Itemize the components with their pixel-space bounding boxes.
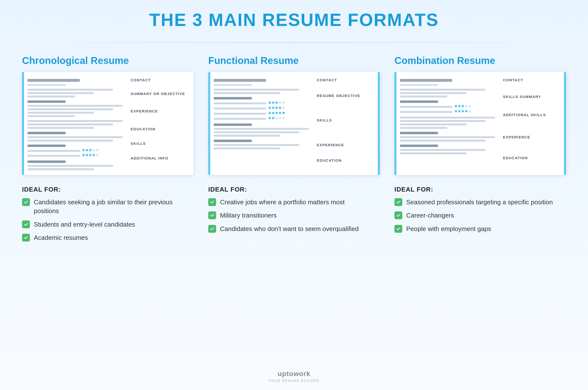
- chronological-ideal-section: IDEAL FOR: Candidates seeking a job simi…: [22, 186, 194, 247]
- section-education: EDUCATION: [131, 125, 190, 131]
- combo-section-education: EDUCATION: [503, 154, 563, 160]
- section-experience: EXPERIENCE: [131, 107, 190, 113]
- resume-block-2: [27, 100, 123, 117]
- columns-container: Chronological Resume: [20, 55, 568, 365]
- functional-ideal-title: IDEAL FOR:: [208, 186, 380, 193]
- title-separator: [20, 42, 568, 43]
- section-additional: ADDITIONAL INFO: [131, 154, 190, 160]
- skill-dots: [82, 149, 98, 151]
- combination-ideal-title: IDEAL FOR:: [394, 186, 566, 193]
- resume-block-5: [27, 145, 123, 157]
- func-block-2: [214, 97, 309, 121]
- combo-section-experience: EXPERIENCE: [503, 134, 563, 139]
- func-section-objective: RESUME OBJECTIVE: [317, 92, 376, 98]
- combo-check-icon-2: [394, 211, 402, 219]
- section-contact: CONTACT: [131, 76, 190, 82]
- combo-ideal-text-2: Career-changers: [406, 211, 454, 220]
- func-ideal-text-3: Candidates who don't want to seem overqu…: [220, 224, 359, 233]
- func-check-icon-1: [208, 198, 216, 206]
- combo-ideal-item-3: People with employment gaps: [394, 224, 566, 233]
- check-icon-1: [22, 198, 30, 206]
- combo-section-skills-summary: SKILLS SUMMARY: [503, 93, 563, 99]
- resume-right-labels: CONTACT SUMMARY OR OBJECTIVE EXPERIENCE …: [126, 72, 194, 175]
- column-combination: Combination Resume: [394, 55, 566, 365]
- section-skills: SKILLS: [131, 140, 190, 146]
- func-ideal-item-1: Creative jobs where a portfolio matters …: [208, 198, 380, 206]
- column-chronological: Chronological Resume: [22, 55, 194, 365]
- func-check-icon-2: [208, 211, 216, 219]
- func-check-icon-3: [208, 225, 216, 233]
- combo-block-2: [400, 100, 495, 114]
- chronological-resume-mockup: CONTACT SUMMARY OR OBJECTIVE EXPERIENCE …: [22, 72, 194, 175]
- resume-block-4: [27, 132, 123, 142]
- combo-right-accent: [564, 72, 566, 175]
- accent-bar: [22, 72, 24, 175]
- combo-accent-bar: [394, 72, 396, 175]
- resume-block-3: [27, 120, 123, 129]
- resume-block-1: [27, 89, 123, 98]
- footer: uptowork YOUR RESUME BUILDER: [269, 370, 319, 383]
- combo-block-4: [400, 132, 495, 142]
- skill-dots-2: [82, 154, 98, 156]
- combo-ideal-item-1: Seasoned professionals targeting a speci…: [394, 198, 566, 206]
- combination-title: Combination Resume: [394, 55, 566, 66]
- combo-block-3: [400, 117, 495, 129]
- combo-ideal-text-3: People with employment gaps: [406, 224, 491, 233]
- functional-resume-mockup: CONTACT RESUME OBJECTIVE SKILLS EXPERIEN…: [208, 72, 380, 175]
- check-icon-2: [22, 220, 30, 228]
- combo-check-icon-1: [394, 198, 402, 206]
- combo-check-icon-3: [394, 225, 402, 233]
- ideal-text-1: Candidates seeking a job similar to thei…: [34, 198, 194, 216]
- functional-resume-left: [208, 72, 312, 175]
- func-header: [214, 79, 309, 86]
- func-section-skills: SKILLS: [317, 117, 376, 122]
- chronological-title: Chronological Resume: [22, 55, 194, 66]
- section-summary: SUMMARY OR OBJECTIVE: [131, 90, 190, 96]
- func-ideal-text-2: Military transitioners: [220, 211, 277, 220]
- column-functional: Functional Resume: [208, 55, 380, 365]
- func-ideal-item-3: Candidates who don't want to seem overqu…: [208, 224, 380, 233]
- func-block-1: [214, 89, 309, 94]
- ideal-item-1: Candidates seeking a job similar to thei…: [22, 198, 194, 216]
- combo-block-1: [400, 89, 495, 98]
- page: THE 3 MAIN RESUME FORMATS Chronological …: [0, 0, 588, 390]
- ideal-item-2: Students and entry-level candidates: [22, 220, 194, 229]
- combo-ideal-item-2: Career-changers: [394, 211, 566, 220]
- func-block-4: [214, 140, 309, 149]
- combo-resume-left: [394, 72, 498, 175]
- func-ideal-item-2: Military transitioners: [208, 211, 380, 220]
- check-icon-3: [22, 234, 30, 242]
- functional-ideal-section: IDEAL FOR: Creative jobs where a portfol…: [208, 186, 380, 238]
- combo-ideal-text-1: Seasoned professionals targeting a speci…: [406, 198, 553, 206]
- combo-section-contact: CONTACT: [503, 76, 563, 82]
- functional-right-accent: [378, 72, 380, 175]
- combo-section-additional-skills: ADDITIONAL SKILLS: [503, 111, 563, 117]
- footer-logo: uptowork: [278, 370, 310, 378]
- func-section-education: EDUCATION: [317, 157, 376, 162]
- footer-tagline: YOUR RESUME BUILDER: [269, 379, 319, 383]
- functional-title: Functional Resume: [208, 55, 380, 66]
- func-section-experience: EXPERIENCE: [317, 141, 376, 147]
- ideal-text-2: Students and entry-level candidates: [34, 220, 135, 229]
- combination-ideal-section: IDEAL FOR: Seasoned professionals target…: [394, 186, 566, 238]
- page-title: THE 3 MAIN RESUME FORMATS: [149, 10, 439, 30]
- combo-right-labels: CONTACT SKILLS SUMMARY ADDITIONAL SKILLS…: [498, 72, 566, 175]
- combo-header: [400, 79, 495, 86]
- ideal-item-3: Academic resumes: [22, 233, 194, 242]
- combination-resume-mockup: CONTACT SKILLS SUMMARY ADDITIONAL SKILLS…: [394, 72, 566, 175]
- resume-block-6: [27, 160, 123, 170]
- resume-left-panel: [22, 72, 126, 175]
- chronological-ideal-title: IDEAL FOR:: [22, 186, 194, 193]
- functional-accent-bar: [208, 72, 210, 175]
- combo-block-5: [400, 145, 495, 154]
- func-ideal-text-1: Creative jobs where a portfolio matters …: [220, 198, 345, 206]
- resume-header-block: [27, 79, 123, 86]
- func-section-contact: CONTACT: [317, 76, 376, 82]
- functional-right-labels: CONTACT RESUME OBJECTIVE SKILLS EXPERIEN…: [312, 72, 380, 175]
- func-block-3: [214, 123, 309, 137]
- ideal-text-3: Academic resumes: [34, 233, 88, 242]
